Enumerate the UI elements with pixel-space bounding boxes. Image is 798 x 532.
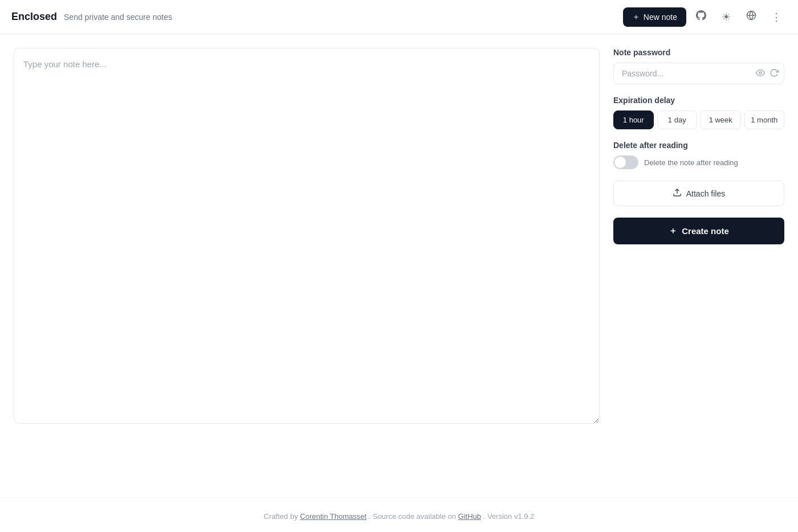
create-plus-icon: ＋ (669, 226, 677, 236)
footer-source-text: . Source code available on (369, 512, 456, 521)
password-section: Note password (613, 48, 784, 84)
language-button[interactable] (741, 7, 762, 27)
expiration-section-label: Expiration delay (613, 96, 784, 105)
brand-tagline: Send private and secure notes (64, 13, 172, 22)
github-icon (696, 10, 706, 23)
expiration-1w-button[interactable]: 1 week (701, 111, 741, 129)
header-left: Enclosed Send private and secure notes (11, 11, 172, 23)
footer-author-link[interactable]: Corentin Thomasset (300, 512, 367, 521)
create-note-label: Create note (682, 226, 729, 236)
more-options-icon: ⋮ (771, 11, 781, 23)
footer-github-link[interactable]: GitHub (458, 512, 481, 521)
new-note-button[interactable]: ＋ New note (623, 7, 686, 27)
note-editor-container (14, 48, 600, 486)
footer-version: v1.9.2 (514, 512, 534, 521)
new-note-label: New note (644, 13, 677, 22)
svg-point-2 (759, 72, 762, 74)
password-icons (755, 67, 780, 80)
more-options-button[interactable]: ⋮ (766, 7, 787, 27)
upload-icon (673, 188, 682, 199)
attach-files-button[interactable]: Attach files (613, 181, 784, 206)
regenerate-password-button[interactable] (768, 67, 780, 80)
expiration-1m-button[interactable]: 1 month (744, 111, 785, 129)
password-input-wrapper (613, 63, 784, 84)
expiration-1d-button[interactable]: 1 day (657, 111, 698, 129)
expiration-1h-button[interactable]: 1 hour (613, 111, 654, 129)
main-content: Note password (0, 34, 798, 500)
header: Enclosed Send private and secure notes ＋… (0, 0, 798, 34)
github-button[interactable] (691, 7, 711, 27)
brand-name: Enclosed (11, 11, 57, 23)
note-textarea[interactable] (14, 48, 600, 424)
password-section-label: Note password (613, 48, 784, 57)
toggle-row: Delete the note after reading (613, 155, 784, 169)
theme-toggle-button[interactable]: ☀ (716, 7, 736, 27)
language-icon (746, 10, 756, 23)
eye-icon (756, 69, 765, 79)
theme-icon: ☀ (722, 11, 731, 23)
create-note-button[interactable]: ＋ Create note (613, 218, 784, 244)
expiration-buttons: 1 hour 1 day 1 week 1 month (613, 111, 784, 129)
refresh-icon (769, 69, 779, 79)
footer-crafted-by: Crafted by (264, 512, 298, 521)
footer: Crafted by Corentin Thomasset . Source c… (0, 500, 798, 532)
delete-after-reading-text: Delete the note after reading (644, 158, 738, 167)
header-right: ＋ New note ☀ ⋮ (623, 7, 787, 27)
attach-files-label: Attach files (686, 189, 725, 198)
delete-after-reading-section: Delete after reading Delete the note aft… (613, 141, 784, 169)
expiration-section: Expiration delay 1 hour 1 day 1 week 1 m… (613, 96, 784, 129)
toggle-password-visibility-button[interactable] (755, 67, 766, 80)
toggle-knob (614, 157, 626, 168)
sidebar: Note password (613, 48, 784, 486)
footer-version-text: . Version (483, 512, 512, 521)
plus-icon: ＋ (632, 12, 640, 22)
delete-reading-label: Delete after reading (613, 141, 784, 150)
delete-after-reading-toggle[interactable] (613, 155, 638, 169)
